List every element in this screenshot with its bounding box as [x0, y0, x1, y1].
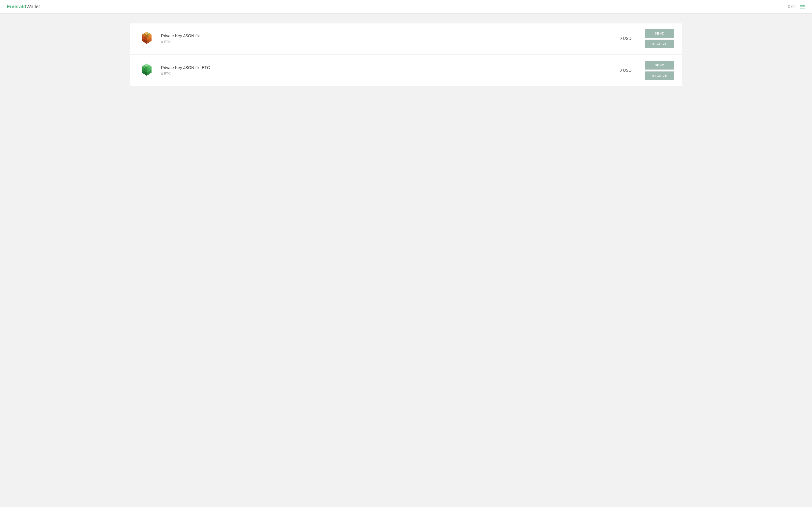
app-header: Emerald Wallet 0.00 — [0, 0, 812, 13]
account-cube-icon-etc — [138, 62, 155, 79]
account-info-2: Private Key JSON file ETC 0 ETC — [161, 65, 614, 75]
account-card-2: Private Key JSON file ETC 0 ETC 0 USD SE… — [130, 55, 682, 86]
logo-emerald-text: Emerald — [7, 4, 27, 9]
account-usd-1: 0 USD — [619, 36, 631, 41]
svg-marker-15 — [147, 32, 149, 33]
header-balance: 0.00 — [788, 5, 796, 9]
main-content: Private Key JSON file 0 ETH 0 USD SEND R… — [0, 13, 812, 97]
account-actions-2: SEND RECEIVE — [645, 61, 674, 80]
header-right: 0.00 — [788, 5, 805, 9]
menu-line-3 — [800, 8, 805, 8]
account-info-1: Private Key JSON file 0 ETH — [161, 34, 614, 44]
send-button-2[interactable]: SEND — [645, 61, 674, 69]
menu-line-2 — [800, 6, 805, 7]
account-crypto-2: 0 ETC — [161, 72, 614, 75]
account-usd-2: 0 USD — [619, 68, 631, 73]
account-card-1: Private Key JSON file 0 ETH 0 USD SEND R… — [130, 23, 682, 54]
account-name-1: Private Key JSON file — [161, 34, 614, 38]
account-cube-icon-eth — [138, 30, 155, 47]
receive-button-1[interactable]: RECEIVE — [645, 40, 674, 48]
account-crypto-1: 0 ETH — [161, 40, 614, 44]
app-logo: Emerald Wallet — [7, 4, 40, 9]
menu-icon[interactable] — [800, 5, 805, 8]
menu-line-1 — [800, 5, 805, 6]
logo-wallet-text: Wallet — [27, 4, 40, 9]
send-button-1[interactable]: SEND — [645, 29, 674, 38]
receive-button-2[interactable]: RECEIVE — [645, 71, 674, 80]
account-actions-1: SEND RECEIVE — [645, 29, 674, 48]
account-name-2: Private Key JSON file ETC — [161, 65, 614, 70]
